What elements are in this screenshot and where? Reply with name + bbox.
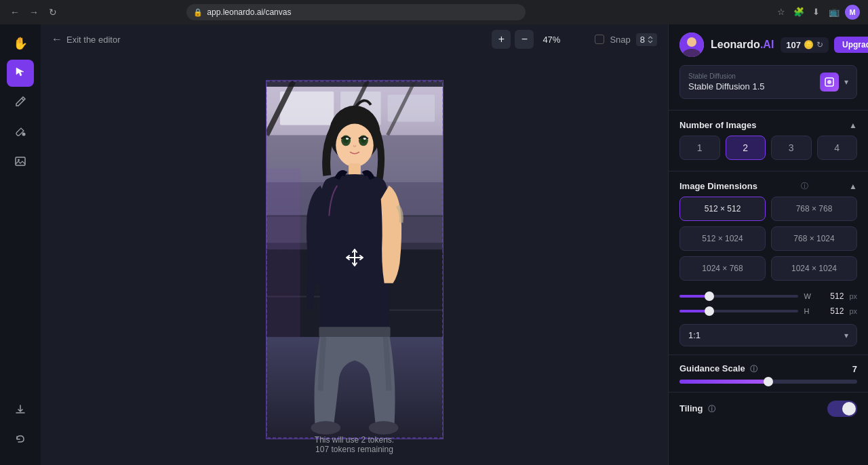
aspect-ratio-dropdown[interactable]: 1:1 ▾ <box>679 324 857 346</box>
height-label: H <box>804 307 814 315</box>
aspect-chevron-down-icon: ▾ <box>844 331 848 340</box>
tiling-toggle[interactable] <box>827 401 857 417</box>
download-button[interactable] <box>7 397 34 424</box>
height-slider-thumb[interactable] <box>705 306 714 316</box>
app-container: ✋ <box>0 24 868 465</box>
guidance-info-icon[interactable]: ⓘ <box>750 365 757 373</box>
svg-rect-30 <box>267 169 300 337</box>
upgrade-button[interactable]: Upgrade <box>834 37 868 53</box>
left-toolbar: ✋ <box>0 24 41 465</box>
divider-4 <box>669 392 868 392</box>
height-slider-row: H 512 px <box>669 304 868 319</box>
snap-stepper[interactable] <box>648 36 653 43</box>
tiling-row: Tiling ⓘ <box>669 395 868 422</box>
dim-btn-1024x768[interactable]: 1024 × 768 <box>679 256 766 281</box>
svg-point-36 <box>827 80 831 84</box>
zoom-in-button[interactable]: + <box>492 30 511 49</box>
number-of-images-title: Number of Images <box>679 120 756 130</box>
guidance-slider-fill <box>679 380 768 384</box>
canvas-image <box>267 81 443 439</box>
exit-editor-button[interactable]: ← Exit the editor <box>52 33 121 45</box>
num-images-btn-4[interactable]: 4 <box>817 136 858 160</box>
undo-button[interactable] <box>7 427 34 454</box>
canvas-content[interactable]: This will use 2 tokens. 107 tokens remai… <box>41 54 668 465</box>
pan-tool-button[interactable]: ✋ <box>7 30 34 57</box>
select-tool-button[interactable] <box>7 60 34 87</box>
zoom-value: 47% <box>538 35 565 45</box>
image-dimensions-collapse-icon[interactable]: ▲ <box>849 182 857 191</box>
image-dimensions-title: Image Dimensions <box>679 181 757 191</box>
model-selector[interactable]: Stable Diffusion Stable Diffusion 1.5 ▾ <box>679 65 857 99</box>
snap-controls: Snap 8 <box>595 33 657 46</box>
url-bar[interactable]: 🔒 app.leonardo.ai/canvas <box>186 4 526 20</box>
tiling-toggle-thumb <box>842 402 856 416</box>
reload-button[interactable]: ↻ <box>46 5 60 19</box>
guidance-slider-thumb[interactable] <box>764 377 773 386</box>
dim-btn-768x768[interactable]: 768 × 768 <box>771 197 857 221</box>
right-panel: Leonardo.AI 107 🪙 ↻ Upgrade » Stable Dif… <box>668 24 868 465</box>
dim-btn-512x512[interactable]: 512 × 512 <box>679 197 766 221</box>
height-slider-track[interactable] <box>679 310 798 312</box>
guidance-scale-header: Guidance Scale ⓘ 7 <box>679 363 857 374</box>
snap-value-display: 8 <box>636 33 657 46</box>
back-button[interactable]: ← <box>8 5 22 19</box>
url-text: app.leonardo.ai/canvas <box>207 7 291 17</box>
snap-checkbox[interactable] <box>595 35 604 44</box>
profile-icon[interactable]: M <box>845 5 860 20</box>
svg-point-19 <box>336 124 374 167</box>
avatar <box>679 33 704 57</box>
refresh-icon[interactable]: ↻ <box>816 40 823 49</box>
canvas-area[interactable]: ← Exit the editor + − 47% Snap 8 <box>41 24 668 465</box>
svg-point-2 <box>18 159 20 161</box>
height-unit: px <box>849 307 857 315</box>
num-images-btn-2[interactable]: 2 <box>726 136 766 160</box>
width-label: W <box>804 292 814 300</box>
model-label: Stable Diffusion <box>688 73 814 80</box>
select-icon <box>14 66 26 81</box>
bookmark-icon[interactable]: ☆ <box>774 5 788 18</box>
num-images-btn-3[interactable]: 3 <box>771 136 812 160</box>
top-bar: ← Exit the editor + − 47% Snap 8 <box>41 24 668 54</box>
draw-tool-button[interactable] <box>7 89 34 117</box>
pencil-icon <box>14 96 26 111</box>
height-value: 512 <box>820 306 844 316</box>
svg-point-29 <box>368 421 398 434</box>
width-slider-track[interactable] <box>679 295 798 298</box>
num-images-btn-1[interactable]: 1 <box>679 136 720 160</box>
width-slider-thumb[interactable] <box>705 291 714 301</box>
token-number: 107 <box>786 40 801 50</box>
download-icon <box>14 403 26 419</box>
browser-bar: ← → ↻ 🔒 app.leonardo.ai/canvas ☆ 🧩 ⬇ 📺 M <box>0 0 868 24</box>
guidance-scale-section: Guidance Scale ⓘ 7 <box>669 358 868 389</box>
brand-name: Leonardo.AI <box>711 39 774 51</box>
tiling-title: Tiling ⓘ <box>679 403 822 414</box>
token-coin-icon: 🪙 <box>804 40 814 49</box>
guidance-slider-track[interactable] <box>679 380 857 384</box>
divider-1 <box>669 110 868 110</box>
forward-button[interactable]: → <box>27 5 41 19</box>
fill-icon <box>14 125 26 141</box>
fill-tool-button[interactable] <box>7 119 34 146</box>
snap-label: Snap <box>610 35 630 45</box>
download-icon[interactable]: ⬇ <box>810 5 823 18</box>
panel-header-right: 107 🪙 ↻ Upgrade <box>781 37 868 53</box>
width-unit: px <box>849 292 857 300</box>
hand-icon: ✋ <box>13 36 28 51</box>
zoom-out-button[interactable]: − <box>515 30 534 49</box>
svg-rect-27 <box>319 327 390 337</box>
tiling-info-icon[interactable]: ⓘ <box>708 405 715 413</box>
image-icon <box>14 155 26 171</box>
dim-btn-512x1024[interactable]: 512 × 1024 <box>679 226 766 251</box>
dimensions-grid: 512 × 512 768 × 768 512 × 1024 768 × 102… <box>669 197 868 289</box>
extensions-icon[interactable]: 🧩 <box>792 5 806 18</box>
number-of-images-collapse-icon[interactable]: ▲ <box>849 121 857 130</box>
aspect-ratio-value: 1:1 <box>688 330 701 340</box>
dimensions-info-icon[interactable]: ⓘ <box>801 181 808 191</box>
divider-3 <box>669 355 868 355</box>
image-tool-button[interactable] <box>7 149 34 176</box>
dim-btn-768x1024[interactable]: 768 × 1024 <box>771 226 857 251</box>
dim-btn-1024x1024[interactable]: 1024 × 1024 <box>771 256 857 281</box>
canvas-image-wrapper[interactable] <box>266 80 443 439</box>
model-info: Stable Diffusion Stable Diffusion 1.5 <box>688 73 814 92</box>
cast-icon[interactable]: 📺 <box>827 5 841 18</box>
